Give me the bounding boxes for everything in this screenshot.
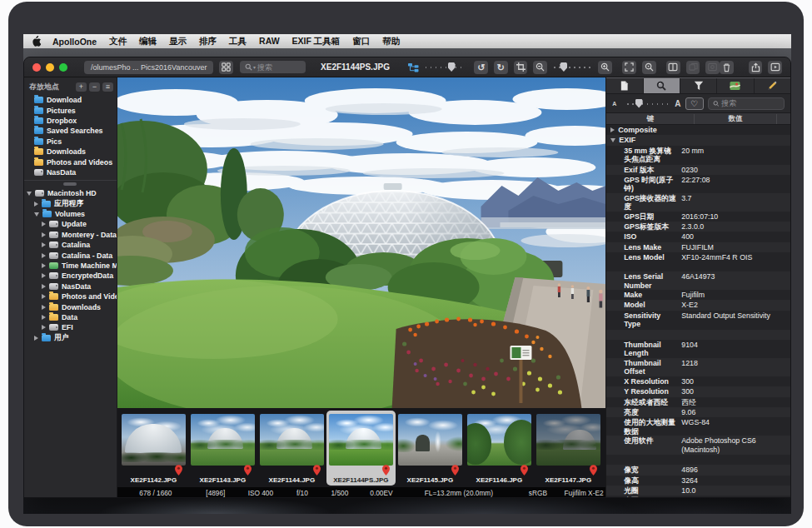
- toolbar-search[interactable]: ▾: [240, 61, 306, 73]
- disclosure-right-icon[interactable]: [34, 202, 38, 207]
- key-column-header[interactable]: 键: [606, 114, 695, 124]
- exif-row[interactable]: Thumbnail Length9104: [606, 340, 790, 358]
- thumbnail[interactable]: XE2F1144PS.JPG: [326, 411, 396, 486]
- exif-row[interactable]: 像高3264: [606, 476, 790, 486]
- slider-thumb[interactable]: [635, 99, 643, 108]
- add-place-button[interactable]: +: [76, 82, 87, 92]
- disclosure-down-icon[interactable]: [27, 192, 32, 196]
- font-size-slider[interactable]: [627, 99, 670, 108]
- exif-row[interactable]: 东经或者西经西经: [606, 397, 790, 407]
- list-options-button[interactable]: ≡: [102, 82, 113, 92]
- place-item[interactable]: Downloads: [24, 147, 117, 157]
- splitter-handle[interactable]: [63, 182, 77, 186]
- place-item[interactable]: Saved Searches: [24, 126, 117, 136]
- thumbnail[interactable]: XE2F1147.JPG: [534, 411, 603, 486]
- exif-row[interactable]: Sensitivity TypeStandard Output Sensitiv…: [606, 311, 790, 330]
- place-item[interactable]: Download: [24, 95, 117, 105]
- slider-thumb[interactable]: [560, 62, 567, 72]
- crop-button[interactable]: [514, 61, 528, 74]
- menu-item-app[interactable]: ApolloOne: [52, 37, 97, 47]
- zoom-slider[interactable]: [554, 62, 592, 72]
- exif-row[interactable]: Exif 版本0230: [606, 165, 790, 175]
- exif-row[interactable]: Lens Serial Number46A14973: [606, 271, 790, 290]
- place-item[interactable]: NasData: [24, 167, 117, 177]
- exif-row[interactable]: GPS接收器的速度3.7: [606, 193, 790, 212]
- minimize-button[interactable]: [46, 63, 54, 72]
- fullscreen-button[interactable]: [59, 63, 67, 72]
- disclosure-right-icon[interactable]: [42, 325, 46, 330]
- search-input[interactable]: [257, 63, 301, 72]
- disclosure-right-icon[interactable]: [42, 263, 46, 268]
- exif-row[interactable]: 使用软件Adobe Photoshop CS6 (Macintosh): [606, 436, 790, 455]
- thumbnail[interactable]: XE2F1144.JPG: [257, 411, 326, 486]
- exif-row[interactable]: Lens MakeFUJIFILM: [606, 242, 790, 252]
- tree-item[interactable]: EFI: [24, 322, 117, 332]
- actual-size-button[interactable]: [642, 61, 656, 74]
- compare-button[interactable]: [686, 61, 700, 74]
- exif-group[interactable]: Composite: [606, 125, 790, 135]
- thumbnail-size-slider[interactable]: [426, 62, 464, 72]
- tree-item[interactable]: Time Machine M: [24, 261, 117, 271]
- trash-button[interactable]: [720, 61, 734, 74]
- menu-item[interactable]: 编辑: [139, 36, 157, 47]
- sidebar-splitter[interactable]: [24, 180, 117, 187]
- disclosure-right-icon[interactable]: [42, 294, 46, 299]
- disclosure-right-icon[interactable]: [42, 305, 46, 310]
- split-view-button[interactable]: [666, 61, 680, 74]
- exif-row[interactable]: X Resolution300: [606, 376, 790, 386]
- exif-row[interactable]: GPS标签版本2.3.0.0: [606, 222, 790, 232]
- metadata-search[interactable]: [708, 97, 785, 110]
- disclosure-right-icon[interactable]: [42, 253, 46, 258]
- disclosure-right-icon[interactable]: [42, 315, 46, 320]
- zoom-in-button[interactable]: [598, 61, 612, 74]
- share-button[interactable]: [749, 61, 763, 74]
- menu-item[interactable]: 文件: [109, 36, 127, 47]
- place-item[interactable]: Photos and Videos: [24, 157, 117, 167]
- exif-row[interactable]: 35 mm 换算镜头焦点距离20 mm: [606, 146, 790, 165]
- value-column-header[interactable]: 数值: [695, 114, 777, 124]
- exif-row[interactable]: GPS日期2016:07:10: [606, 212, 790, 222]
- zoom-out-button[interactable]: [533, 61, 547, 74]
- disclosure-right-icon[interactable]: [42, 284, 46, 289]
- tab-map[interactable]: [717, 78, 754, 93]
- menu-item[interactable]: 帮助: [382, 36, 400, 47]
- remove-place-button[interactable]: −: [89, 82, 100, 92]
- disclosure-right-icon[interactable]: [42, 232, 46, 237]
- menu-item[interactable]: 窗口: [352, 36, 370, 47]
- menu-item[interactable]: 显示: [169, 36, 187, 47]
- tree-item[interactable]: NasData: [24, 281, 117, 291]
- exif-row[interactable]: 像宽4896: [606, 465, 790, 475]
- slideshow-play-button[interactable]: [768, 61, 782, 74]
- tab-search[interactable]: [644, 78, 680, 93]
- tree-item[interactable]: Catalina - Data: [24, 250, 117, 260]
- path-button[interactable]: /olumesPho ... Pics2016Vancouver: [84, 61, 213, 74]
- thumbnail[interactable]: XE2F1143.JPG: [188, 411, 257, 486]
- thumbnail[interactable]: XE2F1146.JPG: [465, 411, 534, 486]
- tree-item[interactable]: EncryptedData: [24, 271, 117, 281]
- exif-row[interactable]: 光圈10.0: [606, 486, 790, 496]
- tree-item[interactable]: Catalina: [24, 240, 117, 250]
- exif-row[interactable]: Thumbnail Offset1218: [606, 358, 790, 376]
- tree-item[interactable]: Volumes: [24, 209, 117, 219]
- disclosure-right-icon[interactable]: [34, 336, 38, 341]
- place-item[interactable]: Dropbox: [24, 116, 117, 126]
- menu-item[interactable]: 工具: [229, 36, 247, 47]
- close-button[interactable]: [32, 63, 41, 72]
- slider-thumb[interactable]: [448, 62, 456, 72]
- tree-item[interactable]: Update: [24, 219, 117, 229]
- rotate-ccw-button[interactable]: ↺: [474, 61, 488, 74]
- exif-row[interactable]: ISO400: [606, 232, 790, 242]
- tree-item[interactable]: Macintosh HD: [24, 188, 117, 198]
- thumbnail[interactable]: XE2F1145.JPG: [396, 411, 465, 486]
- fit-screen-button[interactable]: [622, 61, 636, 74]
- disclosure-right-icon[interactable]: [42, 273, 46, 278]
- disclosure-right-icon[interactable]: [42, 222, 46, 227]
- apple-menu[interactable]: [32, 36, 41, 47]
- tab-edit[interactable]: [755, 78, 790, 93]
- tab-filter[interactable]: [680, 78, 717, 93]
- exif-row[interactable]: Lens ModelXF10-24mmF4 R OIS: [606, 252, 790, 271]
- disclosure-right-icon[interactable]: [42, 242, 46, 247]
- exif-row[interactable]: 光圈数10.0: [606, 496, 790, 498]
- exif-group[interactable]: EXIF: [606, 135, 790, 145]
- menu-item[interactable]: EXIF 工具箱: [292, 36, 341, 47]
